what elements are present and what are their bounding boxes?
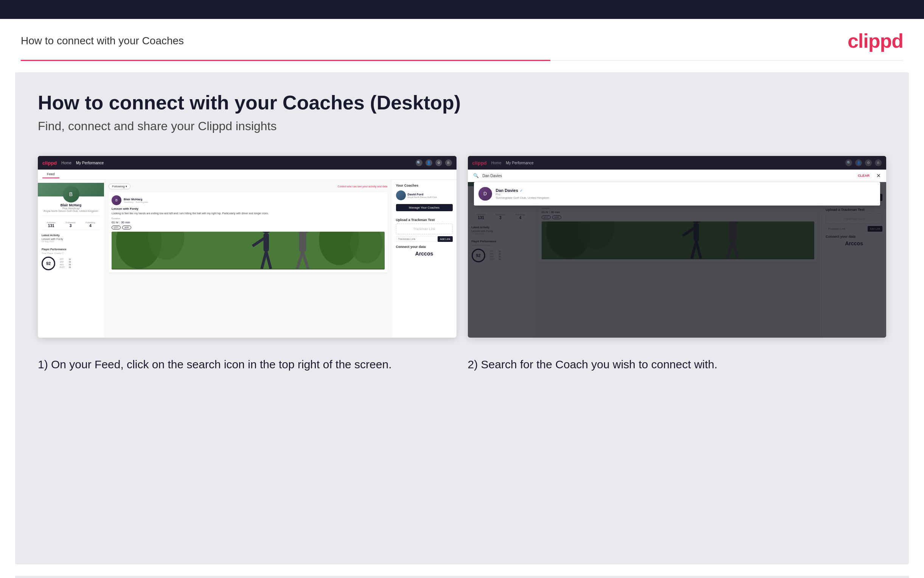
- upload-title: Upload a Trackman Test: [396, 218, 453, 222]
- trackman-link-box: Trackman Link: [396, 224, 453, 234]
- mock-nav-2: clippd Home My Performance 🔍 👤 ⚙ B: [468, 156, 887, 170]
- settings-icon[interactable]: ⚙: [435, 159, 442, 166]
- top-bar: [0, 0, 924, 19]
- mock-nav-myperformance: My Performance: [76, 161, 104, 165]
- main-heading: How to connect with your Coaches (Deskto…: [38, 91, 886, 114]
- avatar-icon[interactable]: B: [445, 159, 452, 166]
- stat-activities: Activities 131: [47, 221, 56, 228]
- settings-icon-2[interactable]: ⚙: [865, 159, 872, 166]
- following-row: Following ▾ Control who can see your act…: [108, 183, 388, 189]
- post-image-inner: [112, 232, 385, 270]
- coach-club: Royal North Devon Golf Club: [408, 196, 437, 198]
- coach-item-david: David Ford Royal North Devon Golf Club: [396, 190, 453, 200]
- mock-body-1: B Blair McHarg Plus Handicap Royal North…: [38, 180, 456, 338]
- avatar-icon-2[interactable]: B: [875, 159, 882, 166]
- feed-tab[interactable]: Feed: [42, 171, 59, 178]
- mock-browser-1: clippd Home My Performance 🔍 👤 ⚙ B Feed: [38, 156, 456, 338]
- stat-followers: Followers 3: [66, 221, 76, 228]
- clippd-logo: clippd: [848, 29, 903, 52]
- user-profile-section: B Blair McHarg Plus Handicap Royal North…: [42, 183, 100, 216]
- tag-ott: OTT: [112, 226, 121, 229]
- tab-bar: Feed: [38, 170, 456, 180]
- main-subheading: Find, connect and share your Clippd insi…: [38, 119, 886, 133]
- result-name: Dan Davies: [496, 188, 518, 193]
- result-club: Sunningdale Golf Club, United Kingdom: [496, 196, 549, 200]
- step-2: 2) Search for the Coach you wish to conn…: [468, 357, 887, 372]
- mock-nav-icons: 🔍 👤 ⚙ B: [416, 159, 452, 166]
- bar-ott: OTT 90: [60, 258, 74, 260]
- search-icon-2[interactable]: 🔍: [845, 159, 852, 166]
- search-bar: 🔍 Dan Davies CLEAR ✕: [468, 170, 887, 182]
- quality-score: 92: [42, 257, 55, 270]
- upload-trackman-section: Upload a Trackman Test Trackman Link Add…: [396, 218, 453, 242]
- performance-bars: OTT 90 APP 85: [60, 258, 74, 269]
- steps-row: 1) On your Feed, click on the search ico…: [38, 357, 886, 372]
- svg-rect-1: [112, 269, 385, 270]
- connect-data-title: Connect your data: [396, 245, 453, 249]
- post-author-name: Blair McHarg: [124, 198, 148, 201]
- page-title: How to connect with your Coaches: [21, 35, 184, 47]
- left-panel-1: B Blair McHarg Plus Handicap Royal North…: [38, 180, 104, 338]
- post-image: [112, 232, 385, 270]
- quality-display: 92 OTT 90 APP: [42, 257, 100, 270]
- main-content: How to connect with your Coaches (Deskto…: [15, 72, 909, 564]
- search-query-text: Dan Davies: [482, 174, 854, 178]
- latest-activity-section: Latest Activity Lesson with Fordy 03 Aug…: [42, 232, 100, 244]
- arccos-brand: Arccos: [396, 250, 453, 257]
- user-stats: Activities 131 Followers 3 Following 4: [42, 219, 100, 230]
- user-icon-2[interactable]: 👤: [855, 159, 862, 166]
- step-1-text: 1) On your Feed, click on the search ico…: [38, 357, 456, 372]
- golfer-scene: [112, 232, 385, 270]
- tag-app: APP: [122, 226, 131, 229]
- user-name: Blair McHarg: [42, 203, 100, 207]
- step-1: 1) On your Feed, click on the search ico…: [38, 357, 456, 372]
- trackman-placeholder: Trackman Link: [400, 227, 449, 231]
- header: How to connect with your Coaches clippd: [0, 19, 924, 60]
- user-icon[interactable]: 👤: [426, 159, 432, 166]
- bar-arg: ARG 86: [60, 263, 74, 266]
- post-meta: Yesterday · Sunningdale: [124, 201, 148, 203]
- step-2-text: 2) Search for the Coach you wish to conn…: [468, 357, 887, 372]
- screenshot-1: clippd Home My Performance 🔍 👤 ⚙ B Feed: [38, 156, 456, 338]
- mock-logo-2: clippd: [473, 160, 487, 166]
- mock-logo-1: clippd: [42, 160, 57, 166]
- mock-browser-2: clippd Home My Performance 🔍 👤 ⚙ B 🔍: [468, 156, 887, 338]
- control-link[interactable]: Control who can see your activity and da…: [338, 185, 388, 188]
- search-icon[interactable]: 🔍: [416, 159, 422, 166]
- screenshots-row: clippd Home My Performance 🔍 👤 ⚙ B Feed: [38, 156, 886, 338]
- mock-nav-icons-2: 🔍 👤 ⚙ B: [845, 159, 882, 166]
- player-performance-section: Player Performance Total Player Quality …: [42, 247, 100, 272]
- clear-search-button[interactable]: CLEAR: [858, 174, 869, 177]
- verified-badge: ✓: [520, 188, 523, 193]
- post-duration-label: Duration: [112, 217, 385, 219]
- search-result-item[interactable]: D Dan Davies ✓ Pro Sunningdale Golf Club…: [479, 185, 876, 203]
- search-overlay: 🔍 Dan Davies CLEAR ✕ D Dan Davies: [468, 170, 887, 338]
- center-panel-1: Following ▾ Control who can see your act…: [104, 180, 392, 338]
- following-button[interactable]: Following ▾: [108, 183, 131, 189]
- result-avatar: D: [479, 187, 492, 201]
- svg-rect-7: [264, 233, 269, 251]
- post-title: Lesson with Fordy: [112, 207, 385, 211]
- close-search-button[interactable]: ✕: [876, 173, 881, 179]
- post-author-avatar: B: [112, 195, 121, 205]
- header-divider: [21, 60, 903, 61]
- screenshot-2: clippd Home My Performance 🔍 👤 ⚙ B 🔍: [468, 156, 887, 338]
- user-handicap: Plus Handicap: [42, 207, 100, 210]
- user-club: Royal North Devon Golf Club, United King…: [42, 210, 100, 212]
- trackman-input-row: Add Link: [396, 236, 453, 242]
- post-header: B Blair McHarg Yesterday · Sunningdale: [112, 195, 385, 205]
- coaches-section-title: Your Coaches: [396, 183, 453, 187]
- mock-nav-1: clippd Home My Performance 🔍 👤 ⚙ B: [38, 156, 456, 170]
- search-icon-overlay: 🔍: [473, 173, 479, 178]
- stat-following: Following 4: [86, 221, 95, 228]
- manage-coaches-button[interactable]: Manage Your Coaches: [396, 204, 453, 211]
- mock-nav-home: Home: [61, 161, 71, 165]
- add-link-button[interactable]: Add Link: [438, 236, 452, 242]
- search-results-dropdown: D Dan Davies ✓ Pro Sunningdale Golf Club…: [474, 182, 880, 206]
- bar-app: APP 85: [60, 261, 74, 263]
- trackman-link-input[interactable]: [396, 236, 437, 242]
- post-duration: 01 hr : 30 min: [112, 221, 385, 224]
- result-role: Pro: [496, 193, 549, 196]
- coach-avatar: [396, 190, 406, 200]
- bar-putt: PUTT 96: [60, 266, 74, 268]
